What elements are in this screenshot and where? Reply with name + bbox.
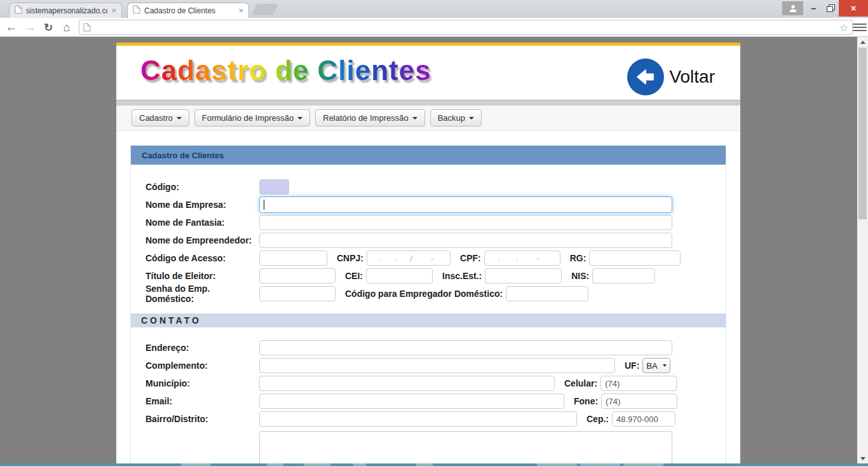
municipio-field[interactable] — [259, 376, 555, 391]
uf-label: UF: — [625, 360, 639, 371]
header-divider — [116, 100, 740, 106]
new-tab-button[interactable] — [252, 4, 278, 15]
taskbar-button — [537, 463, 577, 466]
restore-icon — [827, 4, 835, 12]
close-button[interactable]: × — [839, 0, 868, 17]
address-bar[interactable]: ☆ — [79, 20, 853, 35]
row-complemento: Complemento: UF: BA — [131, 357, 726, 374]
endereco-field[interactable] — [259, 340, 672, 355]
tab-cadastro-de-clientes[interactable]: Cadastro de Clientes × — [127, 3, 249, 18]
back-icon[interactable]: ← — [3, 18, 20, 37]
back-arrow-icon — [627, 58, 664, 95]
codigo-acesso-label: Código de Acesso: — [146, 253, 259, 263]
page-title: Cadastro de Clientes — [140, 55, 431, 86]
minimize-button[interactable]: – — [805, 0, 822, 16]
taskbar-button — [416, 463, 433, 466]
tab-close-icon[interactable]: × — [111, 6, 116, 15]
scrollbar-thumb[interactable] — [858, 48, 867, 219]
fone-field[interactable] — [601, 394, 677, 409]
codigo-field[interactable] — [259, 179, 289, 195]
windows-taskbar-edge — [0, 463, 868, 466]
cnpj-label: CNPJ: — [337, 253, 363, 263]
taskbar-button — [304, 463, 330, 466]
taskbar-button — [267, 463, 283, 466]
menu-label: Relatório de Impressão — [323, 113, 408, 123]
row-documentos-1: Código de Acesso: CNPJ: CPF: RG: — [131, 249, 726, 267]
nome-empreendedor-field[interactable] — [259, 233, 672, 248]
reload-icon[interactable]: ↻ — [39, 18, 57, 37]
bairro-field[interactable] — [259, 411, 577, 427]
row-observacoes: Observações: — [131, 431, 726, 463]
cep-field[interactable] — [612, 411, 675, 427]
nis-label: NIS: — [571, 271, 589, 281]
menu-cadastro[interactable]: Cadastro — [132, 109, 189, 127]
row-email: Email: Fone: — [131, 392, 726, 410]
codigo-acesso-field[interactable] — [259, 250, 327, 266]
row-documentos-2: Título de Eleitor: CEI: Insc.Est.: NIS: — [131, 267, 726, 285]
nome-fantasia-field[interactable] — [259, 215, 672, 230]
restore-button[interactable] — [822, 0, 839, 16]
taskbar-button — [580, 463, 620, 466]
cep-label: Cep.: — [587, 414, 609, 424]
insc-est-label: Insc.Est.: — [442, 271, 482, 281]
browser-tab-bar: sistemapersonalizado.com × Cadastro de C… — [0, 0, 868, 18]
forward-icon: → — [21, 18, 39, 37]
endereco-label: Endereço: — [146, 343, 259, 353]
insc-est-field[interactable] — [485, 268, 562, 284]
taskbar-button — [181, 463, 210, 466]
tab-title: sistemapersonalizado.com — [26, 6, 107, 15]
section-contato: CONTATO — [131, 313, 726, 327]
menu-relatorio-de-impressao[interactable]: Relatório de Impressão — [315, 109, 424, 127]
titulo-eleitor-field[interactable] — [259, 268, 336, 284]
nome-empreendedor-label: Nome do Empreendedor: — [146, 235, 259, 245]
complemento-field[interactable] — [259, 358, 615, 373]
chevron-down-icon — [412, 117, 417, 120]
panel-body: Código: Nome da Empresa: Nome de Fantasi… — [131, 165, 726, 463]
home-icon[interactable]: ⌂ — [58, 18, 76, 37]
cadastro-panel: Cadastro de Clientes Código: Nome da Emp… — [130, 146, 726, 463]
nome-empresa-label: Nome da Empresa: — [146, 200, 259, 210]
tab-sistemapersonalizado[interactable]: sistemapersonalizado.com × — [9, 3, 122, 18]
panel-title: Cadastro de Clientes — [131, 146, 726, 165]
profile-button[interactable] — [782, 1, 803, 15]
voltar-button[interactable]: Voltar — [627, 58, 715, 95]
scroll-down-icon[interactable] — [857, 453, 868, 463]
uf-select[interactable]: BA — [642, 358, 670, 373]
nome-empresa-field[interactable] — [259, 196, 672, 213]
row-empregador-domestico: Senha do Emp. Doméstico: Código para Emp… — [131, 285, 726, 303]
email-field[interactable] — [259, 394, 564, 409]
nis-field[interactable] — [592, 268, 655, 284]
observacoes-field[interactable] — [259, 431, 672, 463]
cpf-field[interactable] — [484, 250, 560, 266]
chevron-down-icon — [469, 117, 474, 120]
vertical-scrollbar[interactable] — [857, 37, 868, 463]
cei-field[interactable] — [366, 268, 433, 284]
bairro-label: Bairro/Distrito: — [146, 414, 259, 424]
cnpj-field[interactable] — [367, 250, 451, 266]
celular-field[interactable] — [600, 376, 677, 391]
rg-field[interactable] — [589, 250, 681, 266]
taskbar-button — [353, 463, 366, 466]
row-codigo: Código: — [131, 178, 726, 196]
senha-emp-field[interactable] — [259, 286, 336, 301]
menu-backup[interactable]: Backup — [430, 109, 482, 127]
complemento-label: Complemento: — [146, 360, 259, 371]
row-nome-empreendedor: Nome do Empreendedor: — [131, 231, 726, 249]
row-municipio: Município: Celular: — [131, 374, 726, 392]
page-icon — [15, 5, 22, 16]
cei-label: CEI: — [345, 271, 363, 281]
bookmark-star-icon[interactable]: ☆ — [839, 22, 848, 34]
celular-label: Celular: — [564, 378, 597, 388]
page-icon — [133, 5, 140, 16]
hamburger-menu-icon[interactable] — [853, 21, 867, 34]
row-nome-empresa: Nome da Empresa: — [131, 196, 726, 214]
scroll-up-icon[interactable] — [857, 37, 868, 47]
menu-formulario-de-impressao[interactable]: Formulário de Impressão — [194, 109, 311, 127]
email-label: Email: — [146, 396, 259, 406]
text-cursor — [264, 200, 264, 210]
address-input[interactable] — [95, 21, 839, 34]
web-page: Cadastro de Clientes Voltar Cadastro For… — [116, 43, 740, 463]
codigo-empregador-field[interactable] — [506, 286, 588, 301]
browser-viewport: Cadastro de Clientes Voltar Cadastro For… — [0, 37, 857, 463]
tab-close-icon[interactable]: × — [238, 6, 243, 15]
